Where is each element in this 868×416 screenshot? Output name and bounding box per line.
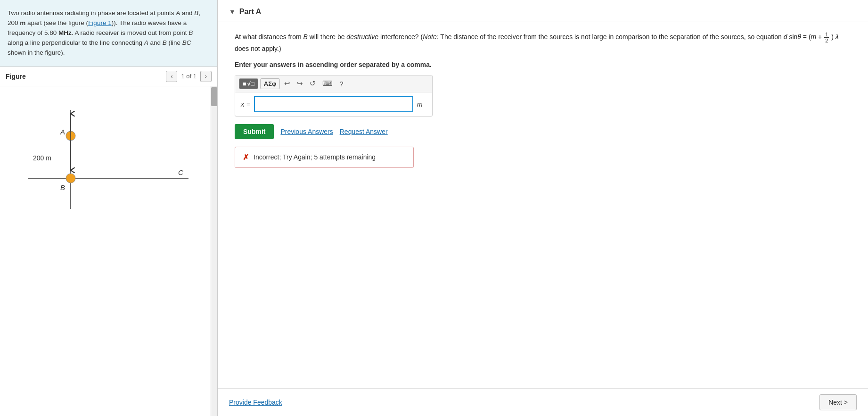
help-button[interactable]: ?	[337, 79, 345, 89]
part-header: ▼ Part A	[218, 0, 868, 22]
error-text: Incorrect; Try Again; 5 attempts remaini…	[254, 153, 376, 161]
figure-diagram: A 200 m B C	[9, 91, 198, 218]
part-content: At what distances from B will there be d…	[218, 22, 868, 189]
part-title: Part A	[239, 8, 262, 16]
figure-next-btn[interactable]: ›	[200, 71, 212, 82]
part-toggle-icon[interactable]: ▼	[229, 8, 236, 16]
redo-button[interactable]: ↪	[295, 78, 305, 89]
math-input-box: ■ √□ AΣφ ↩ ↪ ↺ ⌨ ? x = m	[235, 75, 433, 116]
previous-answers-button[interactable]: Previous Answers	[280, 128, 333, 135]
greek-button[interactable]: AΣφ	[260, 78, 280, 89]
figure-counter: 1 of 1	[181, 73, 197, 80]
greek-label: AΣφ	[264, 80, 277, 87]
figure-scrollbar-thumb	[211, 87, 217, 106]
figure-section: Figure ‹ 1 of 1 › A	[0, 67, 217, 416]
svg-text:C: C	[178, 168, 183, 176]
right-panel: ▼ Part A At what distances from B will t…	[218, 0, 868, 416]
svg-text:200 m: 200 m	[33, 154, 51, 162]
undo-button[interactable]: ↩	[282, 78, 293, 89]
bottom-bar: Provide Feedback Next >	[218, 388, 868, 416]
formula-sqrt-icon: √□	[247, 80, 254, 87]
error-icon: ✗	[243, 153, 249, 162]
feedback-button[interactable]: Provide Feedback	[229, 399, 282, 406]
figure-title: Figure	[6, 73, 162, 80]
next-button[interactable]: Next >	[819, 394, 857, 410]
figure-svg: A 200 m B C	[0, 86, 217, 416]
question-text: At what distances from B will there be d…	[235, 32, 851, 54]
figure-prev-btn[interactable]: ‹	[166, 71, 177, 82]
refresh-button[interactable]: ↺	[307, 78, 318, 89]
action-row: Submit Previous Answers Request Answer	[235, 124, 851, 139]
figure-link[interactable]: Figure 1	[88, 19, 112, 26]
answer-input[interactable]	[254, 96, 413, 112]
formula-button[interactable]: ■ √□	[239, 78, 258, 89]
figure-canvas: A 200 m B C	[0, 86, 217, 416]
problem-text: Two radio antennas radiating in phase ar…	[8, 9, 200, 56]
formula-icon: ■	[243, 80, 246, 87]
svg-text:A: A	[60, 128, 65, 136]
instruction-text: Enter your answers in ascending order se…	[235, 61, 851, 68]
math-toolbar: ■ √□ AΣφ ↩ ↪ ↺ ⌨ ?	[235, 75, 432, 92]
input-label: x =	[241, 100, 250, 108]
figure-scrollbar[interactable]	[211, 86, 217, 416]
request-answer-button[interactable]: Request Answer	[340, 128, 388, 135]
svg-text:B: B	[60, 183, 65, 191]
problem-description: Two radio antennas radiating in phase ar…	[0, 0, 217, 67]
math-input-row: x = m	[235, 92, 432, 116]
figure-header: Figure ‹ 1 of 1 ›	[0, 67, 217, 86]
submit-button[interactable]: Submit	[235, 124, 274, 139]
keyboard-button[interactable]: ⌨	[320, 78, 335, 89]
error-box: ✗ Incorrect; Try Again; 5 attempts remai…	[235, 147, 414, 168]
input-unit: m	[417, 100, 426, 108]
left-panel: Two radio antennas radiating in phase ar…	[0, 0, 218, 416]
svg-point-7	[66, 174, 75, 183]
